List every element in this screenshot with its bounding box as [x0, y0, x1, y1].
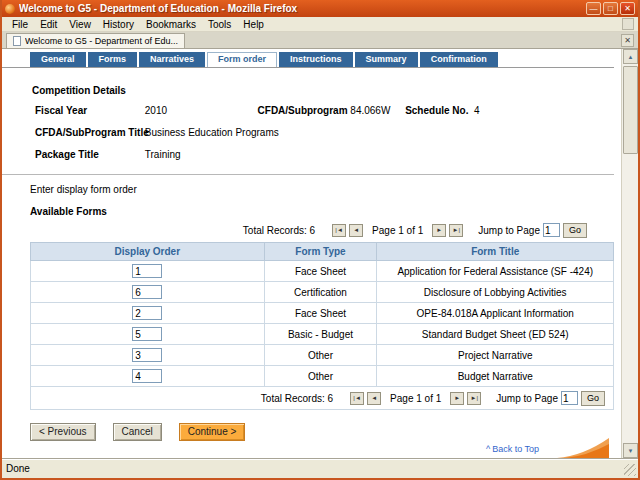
form-type-cell: Face Sheet [264, 303, 377, 324]
tab-general[interactable]: General [30, 52, 86, 67]
tab-narratives[interactable]: Narratives [139, 52, 205, 67]
jump-to-page-input[interactable] [543, 223, 560, 237]
tab-summary[interactable]: Summary [355, 52, 418, 67]
jump-to-page-label: Jump to Page [496, 393, 558, 404]
back-to-top-label: Back to Top [492, 444, 539, 454]
maximize-button[interactable]: □ [603, 2, 618, 15]
window-title: Welcome to G5 - Department of Education … [19, 3, 586, 14]
page-icon [13, 36, 21, 46]
prev-page-icon[interactable]: ◄ [349, 224, 363, 237]
next-page-icon[interactable]: ► [432, 224, 446, 237]
form-title-cell: Disclosure of Lobbying Activities [377, 282, 614, 303]
tabs-divider [2, 67, 614, 68]
form-type-cell: Basic - Budget [264, 324, 377, 345]
tab-forms[interactable]: Forms [88, 52, 138, 67]
table-row: Face Sheet OPE-84.018A Applicant Informa… [31, 303, 614, 324]
header-form-title: Form Title [377, 243, 614, 261]
tab-form-order[interactable]: Form order [207, 52, 277, 67]
display-order-input-3[interactable] [132, 306, 162, 320]
menu-file[interactable]: File [6, 19, 34, 30]
statusbar: Done [2, 458, 638, 478]
menu-view[interactable]: View [63, 19, 97, 30]
form-order-instruction: Enter display form order [30, 184, 621, 195]
detail-row-cfda-title: CFDA/SubProgram Title Business Education… [35, 127, 621, 140]
header-form-type: Form Type [264, 243, 377, 261]
page-content: General Forms Narratives Form order Inst… [2, 49, 621, 458]
table-row: Other Budget Narrative [31, 366, 614, 387]
menu-edit[interactable]: Edit [34, 19, 63, 30]
tab-instructions[interactable]: Instructions [279, 52, 353, 67]
display-order-input-1[interactable] [132, 264, 162, 278]
first-page-icon[interactable]: |◄ [350, 392, 364, 405]
fiscal-year-label: Fiscal Year [35, 105, 142, 116]
last-page-icon[interactable]: ►| [449, 224, 463, 237]
go-button[interactable]: Go [563, 223, 587, 238]
titlebar: Welcome to G5 - Department of Education … [2, 0, 638, 17]
caret-up-icon: ^ [486, 444, 490, 454]
form-title-cell: Project Narrative [377, 345, 614, 366]
browser-tabstrip: Welcome to G5 - Department of Edu... ✕ [2, 32, 638, 49]
detail-row-fiscal: Fiscal Year 2010 CFDA/Subprogram 84.066W… [35, 105, 621, 118]
resize-grip[interactable] [624, 464, 636, 476]
form-type-cell: Other [264, 366, 377, 387]
section-divider [2, 174, 614, 175]
form-type-cell: Other [264, 345, 377, 366]
cfda-title-label: CFDA/SubProgram Title [35, 127, 142, 138]
menu-history[interactable]: History [97, 19, 140, 30]
package-title-value: Training [145, 149, 181, 160]
display-order-input-2[interactable] [132, 285, 162, 299]
throbber-icon [622, 18, 634, 30]
menu-bookmarks[interactable]: Bookmarks [140, 19, 202, 30]
cancel-button[interactable]: Cancel [113, 423, 162, 441]
table-row: Basic - Budget Standard Budget Sheet (ED… [31, 324, 614, 345]
table-row: Other Project Narrative [31, 345, 614, 366]
last-page-icon[interactable]: ►| [467, 392, 481, 405]
close-button[interactable]: ✕ [620, 2, 635, 15]
menu-help[interactable]: Help [237, 19, 270, 30]
table-footer-row: Total Records: 6 |◄ ◄ Page 1 of 1 ► ►| J… [31, 387, 614, 410]
continue-button[interactable]: Continue > [179, 423, 246, 441]
pagination-top: Total Records: 6 |◄ ◄ Page 1 of 1 ► ►| J… [2, 221, 621, 239]
status-text: Done [6, 463, 30, 474]
table-row: Face Sheet Application for Federal Assis… [31, 261, 614, 282]
total-records-label: Total Records: 6 [261, 393, 333, 404]
detail-row-package: Package Title Training [35, 149, 621, 162]
go-button[interactable]: Go [581, 391, 605, 406]
scroll-down-icon[interactable]: ▼ [623, 443, 638, 458]
form-type-cell: Certification [264, 282, 377, 303]
minimize-button[interactable]: — [586, 2, 601, 15]
display-order-input-5[interactable] [132, 348, 162, 362]
table-row: Certification Disclosure of Lobbying Act… [31, 282, 614, 303]
browser-tab-label: Welcome to G5 - Department of Edu... [25, 36, 178, 46]
competition-details-heading: Competition Details [32, 85, 621, 96]
schedule-label: Schedule No. [405, 105, 471, 116]
scroll-up-icon[interactable]: ▲ [623, 49, 638, 64]
cfda-title-value: Business Education Programs [145, 127, 279, 138]
back-to-top-link[interactable]: ^Back to Top [486, 444, 539, 454]
first-page-icon[interactable]: |◄ [332, 224, 346, 237]
logo-swoosh [557, 436, 609, 458]
table-header-row: Display Order Form Type Form Title [31, 243, 614, 261]
browser-tab[interactable]: Welcome to G5 - Department of Edu... [6, 33, 185, 48]
jump-to-page-input[interactable] [561, 391, 578, 405]
page-indicator: Page 1 of 1 [390, 393, 441, 404]
firefox-window: Welcome to G5 - Department of Education … [0, 0, 640, 480]
display-order-input-6[interactable] [132, 369, 162, 383]
previous-button[interactable]: < Previous [30, 423, 96, 441]
next-page-icon[interactable]: ► [450, 392, 464, 405]
firefox-icon [5, 4, 15, 14]
prev-page-icon[interactable]: ◄ [367, 392, 381, 405]
form-title-cell: Budget Narrative [377, 366, 614, 387]
fiscal-year-value: 2010 [145, 105, 255, 116]
page-viewport: General Forms Narratives Form order Inst… [2, 49, 638, 458]
scrollbar-thumb[interactable] [623, 66, 638, 154]
package-title-label: Package Title [35, 149, 142, 160]
menu-tools[interactable]: Tools [202, 19, 237, 30]
menubar: File Edit View History Bookmarks Tools H… [2, 17, 638, 32]
cfda-label: CFDA/Subprogram [258, 105, 348, 116]
total-records-label: Total Records: 6 [243, 225, 315, 236]
display-order-input-4[interactable] [132, 327, 162, 341]
tab-confirmation[interactable]: Confirmation [420, 52, 498, 67]
vertical-scrollbar[interactable]: ▲ ▼ [621, 49, 638, 458]
tab-close-icon[interactable]: ✕ [621, 34, 634, 47]
